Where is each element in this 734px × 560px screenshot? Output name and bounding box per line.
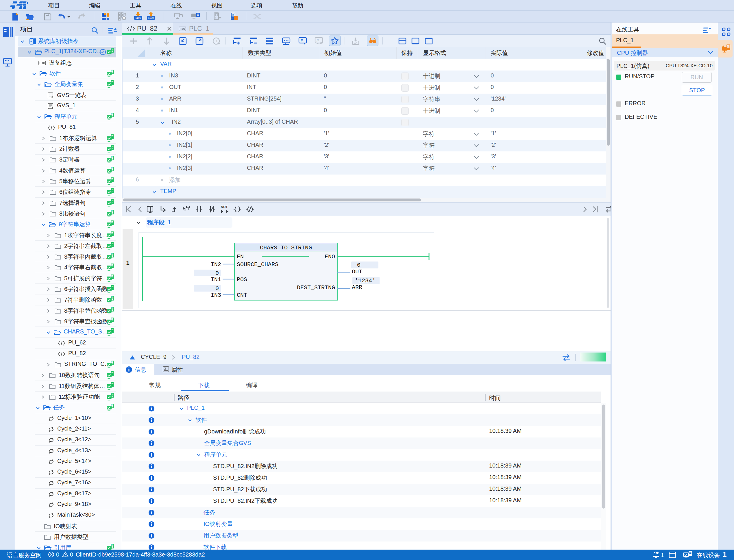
svg-text:10: 10 [111,242,114,244]
svg-text:10: 10 [111,329,114,331]
svg-text:10: 10 [111,199,114,201]
svg-text:10: 10 [111,232,114,234]
svg-text:10: 10 [111,285,114,288]
svg-text:10: 10 [111,264,114,266]
svg-text:/*: /* [301,38,303,43]
svg-text:10: 10 [111,404,114,406]
svg-text:1100: 1100 [148,16,153,19]
svg-text:NOT: NOT [221,205,228,209]
svg-text:10: 10 [111,296,114,298]
svg-text:10: 10 [111,167,114,169]
svg-text:POS: POS [237,276,247,283]
svg-text:10: 10 [111,156,114,158]
svg-text:10: 10 [111,275,114,277]
svg-text:1100: 1100 [135,16,141,19]
svg-text:10: 10 [111,221,114,223]
svg-text:0: 0 [357,262,360,268]
svg-text:10: 10 [111,145,114,147]
svg-text:DEST_STRING: DEST_STRING [297,284,335,291]
svg-text:10: 10 [111,361,114,363]
svg-text:10: 10 [111,544,114,546]
svg-text:10: 10 [111,48,114,50]
svg-text:10: 10 [111,135,114,137]
svg-text:0: 0 [215,270,219,277]
svg-text:'1234': '1234' [355,277,376,284]
svg-text:10: 10 [111,70,114,72]
svg-text:0: 0 [215,285,219,292]
svg-text:CHARS_TO_STRING: CHARS_TO_STRING [260,244,312,251]
svg-text:10: 10 [727,45,730,47]
svg-text:10: 10 [111,372,114,374]
svg-text:10: 10 [111,253,114,255]
svg-text:IN3: IN3 [211,292,221,298]
svg-text:10: 10 [111,81,114,83]
svg-text:ENO: ENO [325,253,335,260]
svg-text:10: 10 [111,178,114,180]
svg-text:10: 10 [111,393,114,395]
svg-text:10: 10 [111,210,114,212]
svg-text:10: 10 [111,188,114,190]
svg-text:10: 10 [111,318,114,320]
svg-text:10: 10 [111,113,114,115]
svg-text:1: 1 [216,39,217,43]
svg-text:ARR: ARR [352,284,362,291]
svg-text:/*: /* [316,38,319,43]
svg-text:10: 10 [111,383,114,385]
svg-text:SOURCE_CHARS: SOURCE_CHARS [237,261,278,268]
svg-text:10: 10 [232,14,234,16]
svg-text:CNT: CNT [237,292,247,298]
svg-text:EN: EN [237,253,244,260]
svg-text:OUT: OUT [352,268,362,275]
svg-text:IN1: IN1 [211,276,221,283]
svg-text:IN2: IN2 [211,261,221,268]
svg-text:10: 10 [111,307,114,309]
